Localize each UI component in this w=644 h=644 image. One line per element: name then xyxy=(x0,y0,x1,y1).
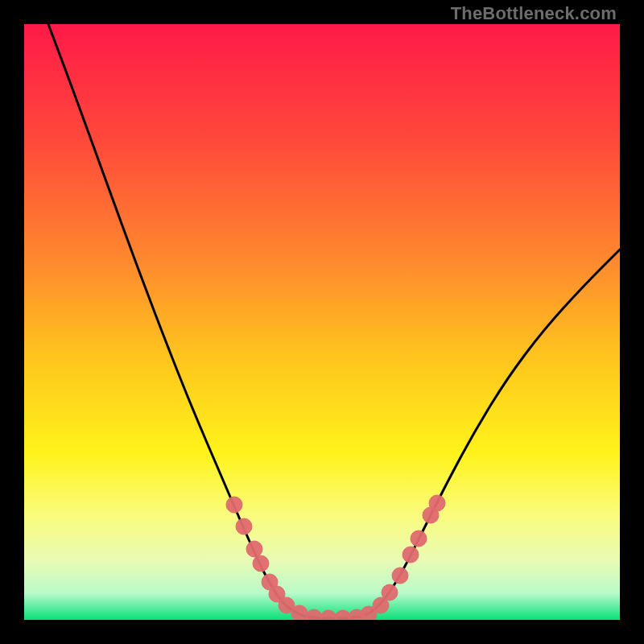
plot-area xyxy=(24,24,620,620)
marker-point xyxy=(392,568,408,584)
marker-point xyxy=(429,495,445,511)
marker-point xyxy=(382,584,398,601)
marker-point xyxy=(291,605,308,620)
marker-point xyxy=(226,497,242,513)
marker-point xyxy=(306,609,322,620)
marker-point xyxy=(411,530,427,547)
chart-frame: TheBottleneck.com xyxy=(0,0,644,644)
marker-point xyxy=(320,610,336,620)
curve-overlay xyxy=(24,24,620,620)
marker-point xyxy=(236,518,252,535)
marker-point xyxy=(402,547,419,563)
series-right-curve xyxy=(362,250,620,617)
marker-point xyxy=(253,555,269,572)
watermark-text: TheBottleneck.com xyxy=(451,3,617,24)
series-left-curve xyxy=(48,24,306,617)
marker-point xyxy=(246,541,262,557)
